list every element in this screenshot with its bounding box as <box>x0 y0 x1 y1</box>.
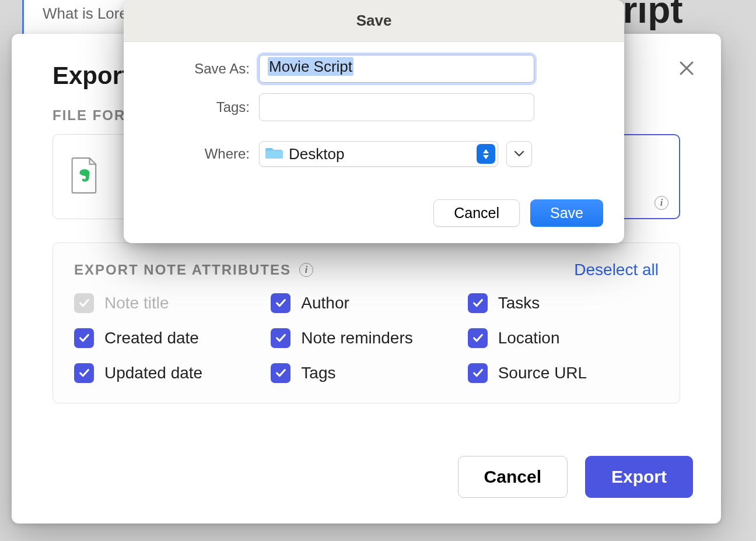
note-preview-text: What is Lore <box>43 5 128 23</box>
save-as-label: Save As: <box>145 61 259 77</box>
attribute-checkbox-row: Note title <box>74 293 265 313</box>
deselect-all-link[interactable]: Deselect all <box>574 261 659 279</box>
checkbox-label: Created date <box>104 329 199 347</box>
checkbox[interactable] <box>468 293 488 313</box>
export-attributes-box: EXPORT NOTE ATTRIBUTES i Deselect all No… <box>52 243 680 403</box>
attribute-checkbox-row[interactable]: Updated date <box>74 363 265 383</box>
checkbox-label: Author <box>301 294 349 312</box>
info-icon[interactable]: i <box>654 196 668 210</box>
save-as-input[interactable]: Movie Script <box>259 55 534 83</box>
attribute-checkbox-row[interactable]: Location <box>468 328 659 348</box>
export-button[interactable]: Export <box>585 456 693 498</box>
checkbox-label: Updated date <box>104 364 202 382</box>
close-icon[interactable] <box>678 59 695 79</box>
attribute-checkbox-row[interactable]: Created date <box>74 328 265 348</box>
checkbox-label: Note title <box>104 294 169 312</box>
save-confirm-button[interactable]: Save <box>530 199 603 227</box>
checkbox-label: Source URL <box>498 364 587 382</box>
updown-arrows-icon <box>477 144 495 164</box>
attribute-checkbox-row[interactable]: Note reminders <box>271 328 461 348</box>
checkbox-label: Tasks <box>498 294 540 312</box>
chevron-down-icon <box>514 150 524 157</box>
folder-icon <box>265 146 283 162</box>
where-label: Where: <box>145 146 259 162</box>
save-sheet: Save Save As: Movie Script Tags: Where: … <box>124 0 624 243</box>
svg-rect-2 <box>265 150 283 159</box>
attribute-checkbox-row[interactable]: Author <box>271 293 461 313</box>
info-icon[interactable]: i <box>299 263 313 277</box>
tags-input[interactable] <box>259 93 534 121</box>
tags-label: Tags: <box>145 99 259 115</box>
where-select[interactable]: Desktop <box>259 141 498 167</box>
evernote-file-icon <box>69 157 103 196</box>
checkbox[interactable] <box>468 363 488 383</box>
checkbox[interactable] <box>468 328 488 348</box>
attributes-label: EXPORT NOTE ATTRIBUTES <box>74 262 291 278</box>
attribute-checkbox-row[interactable]: Tags <box>271 363 461 383</box>
checkbox[interactable] <box>271 328 290 348</box>
save-sheet-title: Save <box>124 0 624 42</box>
checkbox-label: Note reminders <box>301 329 412 347</box>
disclosure-button[interactable] <box>506 141 532 167</box>
checkbox[interactable] <box>271 363 290 383</box>
attribute-checkbox-row[interactable]: Tasks <box>468 293 659 313</box>
checkbox-label: Tags <box>301 364 335 382</box>
where-value: Desktop <box>289 145 471 163</box>
cancel-button[interactable]: Cancel <box>458 456 568 498</box>
save-cancel-button[interactable]: Cancel <box>433 199 520 227</box>
checkbox[interactable] <box>271 293 290 313</box>
attribute-checkbox-row[interactable]: Source URL <box>468 363 659 383</box>
checkbox[interactable] <box>74 363 94 383</box>
checkbox[interactable] <box>74 328 94 348</box>
checkbox <box>74 293 94 313</box>
save-as-value: Movie Script <box>268 57 354 76</box>
checkbox-label: Location <box>498 329 560 347</box>
